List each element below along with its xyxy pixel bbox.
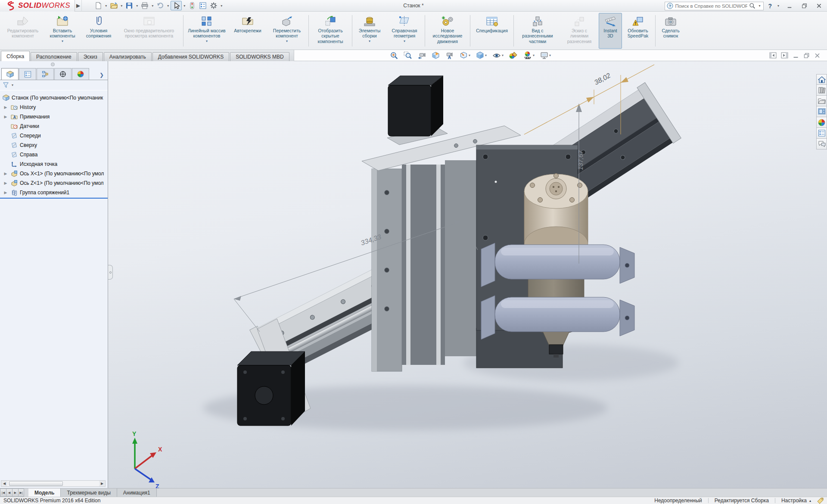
next-tab-button[interactable]: ▶ [12,488,18,497]
tag-icon[interactable] [817,498,824,504]
filter-funnel-icon[interactable] [3,82,9,88]
open-button[interactable] [109,1,119,10]
ribbon-button-take-snapshot[interactable]: Сделать снимок [657,13,684,49]
scroll-left-arrow[interactable]: ◀ [1,481,7,486]
ribbon-button-mate[interactable]: Условия сопряжения [81,13,116,49]
tab-model[interactable]: Модель [28,488,61,497]
task-pane-appearances-button[interactable] [816,117,827,128]
chevron-down-icon[interactable]: ▾ [404,39,405,43]
tree-item-annotations[interactable]: ▶ Примечания [0,112,108,121]
tab-configuration-manager[interactable] [37,68,54,80]
ribbon-button-move-component[interactable]: Переместить компонент▾ [267,13,307,49]
task-pane-forum-button[interactable] [816,139,827,149]
z-axis-stepper-motor[interactable] [387,76,448,145]
doc-minimize-button[interactable] [793,53,799,59]
hide-show-items-button[interactable]: ▾ [492,52,504,59]
ribbon-button-instant-3d[interactable]: Instant 3D [599,13,622,49]
new-document-button[interactable] [93,1,103,10]
ribbon-button-explode-line-sketch[interactable]: Эскиз с линиями разнесения [560,13,599,49]
previous-tab-button[interactable]: ◀ [6,488,12,497]
doc-close-button[interactable] [814,53,821,59]
status-configuration-control[interactable]: Настройка ▴ [781,498,811,504]
tab-solidworks-addins[interactable]: Добавления SOLIDWORKS [152,52,230,61]
panel-tabs-overflow-chevron[interactable]: ❯ [99,72,106,80]
panel-horizontal-scrollbar[interactable]: ◀ ▶ [1,480,106,487]
task-pane-home-button[interactable] [816,74,827,85]
first-tab-button[interactable]: |◀ [0,488,6,497]
select-tool-dropdown[interactable]: ▾ [182,4,187,8]
select-tool-button[interactable] [171,1,182,10]
help-button[interactable]: ? [767,3,773,9]
graphics-viewport[interactable]: 334,33 137,67 38,02 [108,61,827,488]
tree-item-mates-group[interactable]: ▶ Группа сопряжений1 [0,188,108,197]
panel-collapse-grip[interactable] [51,62,55,66]
task-pane-custom-properties-button[interactable] [816,128,827,139]
tab-dimxpert-manager[interactable] [54,68,72,80]
options-list-button[interactable] [198,1,208,10]
zoom-to-area-button[interactable] [404,51,412,59]
tab-evaluate[interactable]: Анализировать [104,52,152,61]
ribbon-button-insert-components[interactable]: Вставить компоненты▾ [44,13,81,49]
chevron-down-icon[interactable]: ▾ [469,53,470,57]
tree-item-root[interactable]: Станок (По умолчанию<По умолчаник [0,93,108,103]
print-dropdown[interactable]: ▾ [150,4,155,8]
expand-arrow-icon[interactable]: ▶ [3,190,8,195]
search-icon[interactable] [749,3,755,9]
tab-display-manager[interactable] [72,68,89,80]
tree-item-history[interactable]: ▶ History [0,103,108,112]
help-search-input[interactable] [675,3,747,9]
apply-scene-button[interactable]: ▾ [523,51,535,59]
ribbon-button-assembly-features[interactable]: Элементы сборки▾ [354,13,386,49]
tree-item-sensors[interactable]: Датчики [0,121,108,131]
view-orientation-button[interactable]: ▾ [460,51,470,59]
chevron-down-icon[interactable]: ▾ [62,39,63,43]
ribbon-button-component-preview-window[interactable]: Окно предварительного просмотра компонен… [116,13,182,49]
filter-dropdown[interactable]: ▾ [10,83,15,87]
ribbon-button-reference-geometry[interactable]: Справочная геометрия▾ [386,13,423,49]
last-tab-button[interactable]: ▶| [18,488,24,497]
tree-item-axis-z-component[interactable]: ▶ Ось Z<1> (По умолчанию<По умол [0,178,108,188]
display-style-button[interactable]: ▾ [476,51,487,59]
search-scope-dropdown[interactable]: ▾ [757,4,762,8]
chevron-down-icon[interactable]: ▾ [369,39,370,43]
chevron-down-icon[interactable]: ▾ [485,53,487,57]
ribbon-button-linear-pattern[interactable]: Линейный массив компонентов▾ [185,13,229,49]
ribbon-button-exploded-view[interactable]: Вид с разнесенными частями [515,13,560,49]
ribbon-button-bill-of-materials[interactable]: Спецификация [472,13,512,49]
tab-assembly[interactable]: Сборка [1,51,30,61]
tab-layout[interactable]: Расположение [31,52,77,61]
tab-property-manager[interactable] [19,68,36,80]
expand-right-pane-button[interactable] [781,52,788,59]
tree-item-front-plane[interactable]: Спереди [0,131,108,140]
ribbon-button-smart-fasteners[interactable]: Автокрепежи [229,13,267,49]
undo-dropdown[interactable]: ▾ [166,4,170,8]
viewport-3d-model[interactable]: 334,33 137,67 38,02 [108,61,827,488]
tab-3d-views[interactable]: Трехмерные виды [61,488,117,497]
tree-item-origin[interactable]: Исходная точка [0,159,108,169]
chevron-down-icon[interactable]: ▾ [533,53,535,57]
doc-restore-button[interactable] [803,53,810,59]
scroll-right-arrow[interactable]: ▶ [99,481,105,486]
ribbon-button-edit-component[interactable]: Редактировать компонент [2,13,44,49]
logo-flyout-arrow[interactable]: ▶ [75,0,82,12]
3d-drawing-view-button[interactable] [445,52,454,59]
save-button[interactable] [124,1,134,10]
tree-item-axis-x-component[interactable]: ▶ Ось X<1> (По умолчанию<По умол [0,169,108,178]
rebuild-button[interactable] [187,1,197,10]
tab-solidworks-mbd[interactable]: SOLIDWORKS MBD [230,52,289,61]
ribbon-button-update-speedpak[interactable]: Обновить SpeedPak [622,13,654,49]
expand-arrow-icon[interactable]: ▶ [3,115,8,119]
settings-dropdown[interactable]: ▾ [219,4,224,8]
help-dropdown[interactable]: ▾ [776,4,780,8]
expand-arrow-icon[interactable]: ▶ [3,181,8,185]
settings-gear-button[interactable] [208,1,219,10]
chevron-down-icon[interactable]: ▾ [206,39,208,43]
viewport-pane-splitter[interactable] [108,265,113,280]
task-pane-view-palette-button[interactable] [816,106,827,117]
minimize-button[interactable] [784,2,795,10]
x-axis-stepper-motor[interactable] [237,352,305,426]
task-pane-file-explorer-button[interactable] [816,96,827,106]
expand-arrow-icon[interactable]: ▶ [3,171,8,176]
view-settings-button[interactable]: ▾ [540,52,551,59]
scrollbar-thumb[interactable] [9,481,63,486]
